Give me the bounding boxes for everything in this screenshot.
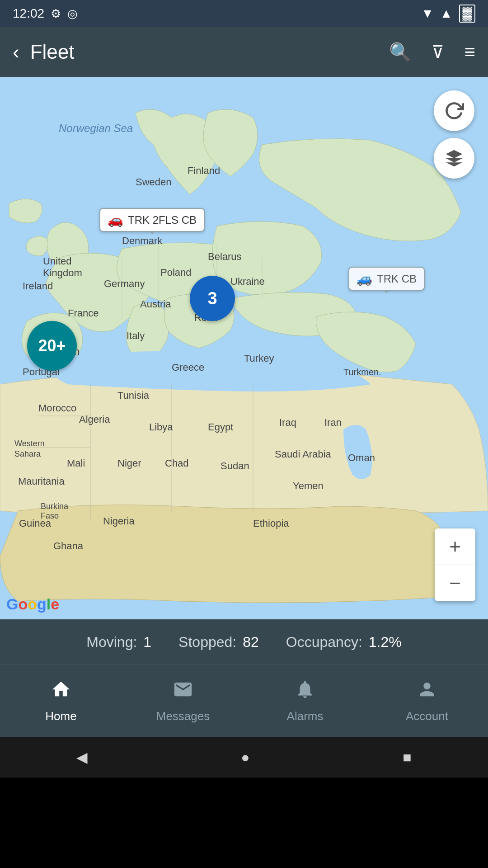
layers-button[interactable] (434, 138, 474, 179)
car-icon-red: 🚗 (108, 212, 123, 227)
nav-account[interactable]: Account (366, 665, 488, 737)
moving-value: 1 (143, 634, 151, 651)
wifi-icon: ▼ (421, 6, 434, 21)
occupancy-label: Occupancy: (286, 634, 362, 651)
recent-system-button[interactable]: ■ (403, 749, 411, 766)
stat-occupancy: Occupancy: 1.2% (286, 634, 402, 651)
stat-moving: Moving: 1 (86, 634, 151, 651)
signal-icon: ▲ (440, 6, 453, 21)
moving-label: Moving: (86, 634, 137, 651)
map-container[interactable]: Norwegian Sea Sweden Finland Norway Denm… (0, 77, 488, 619)
map-marker-trk1[interactable]: 🚗 TRK 2FLS CB (99, 208, 205, 232)
back-button[interactable]: ‹ (13, 41, 19, 63)
stat-stopped: Stopped: 82 (178, 634, 259, 651)
car-icon-gray: 🚙 (357, 271, 372, 286)
zoom-in-button[interactable]: + (435, 528, 475, 565)
app-bar: ‹ Fleet 🔍 ⊽ ≡ (0, 27, 488, 77)
system-nav: ◀ ● ■ (0, 737, 488, 778)
status-bar: 12:02 ⚙ ◎ ▼ ▲ ▓ (0, 0, 488, 27)
zoom-out-button[interactable]: − (435, 565, 475, 601)
marker2-label: TRK CB (377, 273, 417, 285)
google-logo: Google (6, 595, 59, 613)
refresh-button[interactable] (434, 90, 474, 131)
filter-button[interactable]: ⊽ (432, 42, 444, 62)
stats-bar: Moving: 1 Stopped: 82 Occupancy: 1.2% (0, 619, 488, 665)
battery-icon: ▓ (459, 5, 475, 23)
messages-icon (173, 679, 193, 705)
alarms-icon (295, 679, 315, 705)
stopped-label: Stopped: (178, 634, 236, 651)
occupancy-value: 1.2% (369, 634, 402, 651)
account-icon (417, 679, 437, 705)
map-cluster-3[interactable]: 3 (190, 276, 235, 321)
home-icon (51, 679, 71, 705)
nav-account-label: Account (406, 709, 448, 723)
page-title: Fleet (30, 41, 389, 63)
back-system-button[interactable]: ◀ (76, 749, 88, 766)
nav-alarms-label: Alarms (287, 709, 324, 723)
nav-home[interactable]: Home (0, 665, 122, 737)
marker1-label: TRK 2FLS CB (128, 214, 197, 226)
nav-alarms[interactable]: Alarms (244, 665, 366, 737)
nav-home-label: Home (45, 709, 76, 723)
nav-messages-label: Messages (156, 709, 210, 723)
settings-icon: ⚙ (51, 7, 61, 21)
at-sign-icon: ◎ (67, 7, 78, 21)
home-system-button[interactable]: ● (241, 749, 249, 766)
stopped-value: 82 (243, 634, 259, 651)
map-marker-trk2[interactable]: 🚙 TRK CB (348, 267, 425, 291)
nav-messages[interactable]: Messages (122, 665, 244, 737)
map-cluster-20plus[interactable]: 20+ (27, 321, 77, 371)
zoom-controls: + − (435, 528, 475, 601)
menu-button[interactable]: ≡ (464, 41, 475, 63)
search-button[interactable]: 🔍 (389, 42, 412, 63)
bottom-nav: Home Messages Alarms Account (0, 665, 488, 737)
status-time: 12:02 (13, 6, 44, 21)
